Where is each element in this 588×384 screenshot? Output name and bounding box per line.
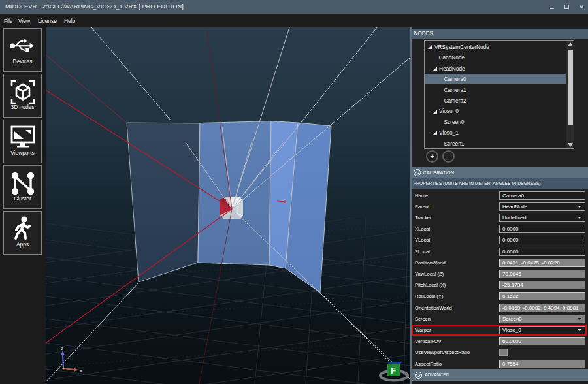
svg-text:x: x [80, 368, 82, 374]
svg-text:z: z [61, 345, 63, 351]
svg-text:F: F [391, 366, 396, 376]
